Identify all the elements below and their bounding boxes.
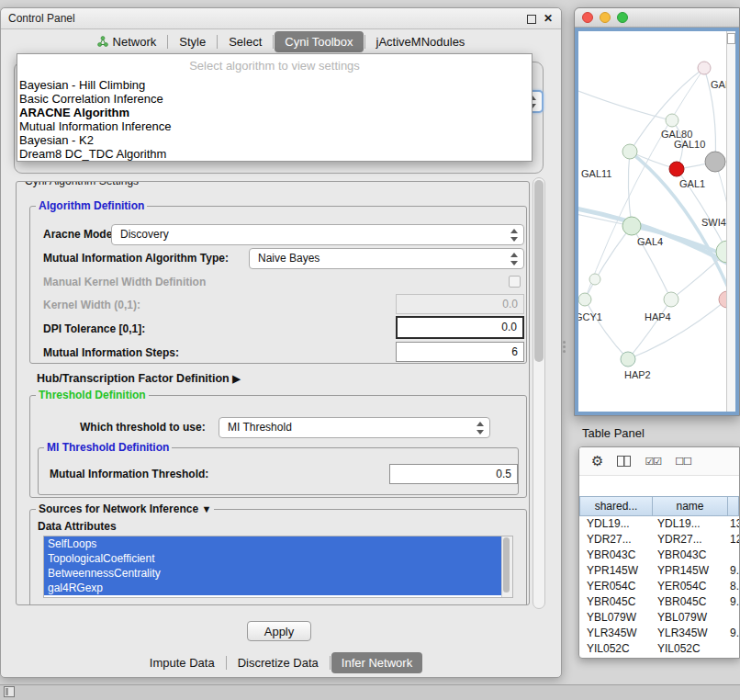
gear-icon[interactable]: ⚙ <box>591 454 603 469</box>
network-node[interactable] <box>666 114 678 127</box>
table-cell: YIL052C <box>579 641 653 657</box>
columns-icon[interactable] <box>617 456 631 467</box>
table-row[interactable]: YDR27...YDR27...12 <box>579 532 739 548</box>
dropdown-placeholder: Select algorithm to view settings <box>17 54 532 78</box>
algorithm-option[interactable]: Mutual Information Inference <box>17 119 532 133</box>
algorithm-option[interactable]: Bayesian - Hill Climbing <box>17 78 532 92</box>
control-panel-titlebar: Control Panel ✕ <box>1 8 561 29</box>
network-edge[interactable] <box>578 88 672 120</box>
bottom-tab-infer-network[interactable]: Infer Network <box>331 652 422 673</box>
panel-divider-handle[interactable] <box>563 341 566 354</box>
tab-separator <box>330 656 331 670</box>
settings-scrollbar[interactable] <box>533 177 545 609</box>
algorithm-option[interactable]: Bayesian - K2 <box>17 133 532 147</box>
network-node[interactable] <box>621 352 635 367</box>
float-window-icon[interactable] <box>527 15 536 24</box>
close-traffic-light[interactable] <box>582 12 593 23</box>
network-edge[interactable] <box>628 299 726 359</box>
data-attributes-list: SelfLoopsTopologicalCoefficientBetweenne… <box>44 536 512 595</box>
attribute-item[interactable]: SelfLoops <box>44 536 502 551</box>
algorithm-option[interactable]: ARACNE Algorithm <box>17 106 532 119</box>
algorithm-option[interactable]: Basic Correlation Inference <box>17 92 532 106</box>
settings-scrollbar-thumb[interactable] <box>534 180 544 362</box>
table-cell: 8. <box>728 579 739 594</box>
dpi-tolerance-field[interactable]: 0.0 <box>396 316 524 339</box>
bottom-tab-discretize-data[interactable]: Discretize Data <box>228 652 329 673</box>
tab-select[interactable]: Select <box>219 31 272 52</box>
table-row[interactable]: YER054CYER054C8. <box>579 579 739 594</box>
network-vertical-scrollbar[interactable] <box>726 31 735 412</box>
network-node[interactable] <box>578 293 591 306</box>
which-threshold-combobox[interactable]: MI Threshold <box>219 417 490 438</box>
network-canvas[interactable]: GAL7GAL80GAL10GAL11GAL1SWI4GAL4GCY1HAP4H… <box>578 31 726 412</box>
deselect-all-checkboxes-icon[interactable]: ☐☐ <box>675 456 691 467</box>
attribute-item[interactable]: TopologicalCoefficient <box>44 551 502 566</box>
network-edge[interactable] <box>585 226 632 299</box>
select-all-checkboxes-icon[interactable]: ☑☑ <box>645 456 661 467</box>
table-cell <box>728 610 739 626</box>
group-title: Cyni Algorithm Settings <box>22 181 141 187</box>
network-node[interactable] <box>622 144 637 159</box>
network-node-label: HAP4 <box>645 311 671 322</box>
manual-kernel-checkbox <box>509 276 521 288</box>
attribute-item[interactable]: gal4RGexp <box>44 581 502 595</box>
mi-threshold-definition-group: MI Threshold Definition Mutual Informati… <box>38 447 519 495</box>
sources-toggle[interactable]: Sources for Network Inference ▼ <box>36 502 214 515</box>
table-cell: YPR145W <box>653 563 728 579</box>
network-tab-icon <box>97 36 108 47</box>
attributes-scrollbar[interactable] <box>501 536 512 597</box>
table-row[interactable]: YIL052CYIL052C <box>579 641 739 657</box>
table-row[interactable]: YBR043CYBR043C <box>579 548 739 563</box>
which-threshold-label: Which threshold to use: <box>80 420 206 435</box>
minimize-traffic-light[interactable] <box>600 12 611 23</box>
hub-section-toggle[interactable]: Hub/Transcription Factor Definition ▶ <box>37 371 241 386</box>
bottom-tab-impute-data[interactable]: Impute Data <box>140 652 225 673</box>
dock-panel-icon[interactable] <box>4 686 15 697</box>
table-row[interactable]: YBL079WYBL079W <box>579 610 739 626</box>
group-title: Algorithm Definition <box>36 199 147 212</box>
column-header-shared-name[interactable]: shared... <box>579 496 653 516</box>
attribute-item[interactable]: BetweennessCentrality <box>44 566 502 581</box>
network-node[interactable] <box>589 274 600 285</box>
manual-kernel-label: Manual Kernel Width Definition <box>43 275 206 289</box>
table-row[interactable]: YPR145WYPR145W9. <box>579 563 739 579</box>
network-edge[interactable] <box>585 299 628 359</box>
column-header-name[interactable]: name <box>653 496 728 516</box>
network-node[interactable] <box>705 152 725 172</box>
tab-cyni-toolbox[interactable]: Cyni Toolbox <box>275 31 363 52</box>
column-header-partial[interactable] <box>728 496 739 516</box>
mi-steps-label: Mutual Information Steps: <box>43 345 179 360</box>
network-node[interactable] <box>622 217 641 235</box>
mi-algorithm-type-combobox[interactable]: Naive Bayes <box>249 248 524 269</box>
tab-style[interactable]: Style <box>169 31 216 52</box>
network-node[interactable] <box>669 162 684 176</box>
kernel-width-field: 0.0 <box>396 294 524 314</box>
mi-steps-field[interactable]: 6 <box>396 342 524 362</box>
aracne-mode-combobox[interactable]: Discovery <box>111 224 524 245</box>
zoom-traffic-light[interactable] <box>617 12 628 23</box>
table-cell: 13 <box>728 516 739 532</box>
tab-network[interactable]: Network <box>87 31 167 52</box>
network-edge[interactable] <box>628 152 632 226</box>
apply-button[interactable]: Apply <box>247 621 311 641</box>
table-row[interactable]: YDL19...YDL19...13 <box>579 516 739 532</box>
mi-threshold-field[interactable]: 0.5 <box>389 464 518 484</box>
network-view-content: GAL7GAL80GAL10GAL11GAL1SWI4GAL4GCY1HAP4H… <box>575 28 739 415</box>
network-node[interactable] <box>664 292 678 307</box>
table-panel-toolbar: ⚙ ☑☑ ☐☐ <box>579 447 739 476</box>
table-cell: YBL079W <box>579 610 653 626</box>
close-icon[interactable]: ✕ <box>544 11 553 26</box>
attributes-scrollbar-thumb[interactable] <box>503 537 510 593</box>
scrollbar-corner-widget[interactable] <box>727 33 735 44</box>
data-attributes-listbox[interactable]: SelfLoopsTopologicalCoefficientBetweenne… <box>43 536 513 598</box>
expand-arrow-icon: ▶ <box>232 373 240 384</box>
table-cell: YPR145W <box>579 563 653 579</box>
tab-jactivemnodules[interactable]: jActiveMNodules <box>366 31 476 52</box>
table-row[interactable]: YLR345WYLR345W9. <box>579 626 739 641</box>
algorithm-option[interactable]: Dream8 DC_TDC Algorithm <box>17 147 532 161</box>
tab-label: Select <box>229 35 262 49</box>
mi-type-label: Mutual Information Algorithm Type: <box>43 251 229 265</box>
table-panel-label: Table Panel <box>582 426 645 440</box>
table-row[interactable]: YBR045CYBR045C9. <box>579 594 739 610</box>
network-node[interactable] <box>698 62 711 74</box>
